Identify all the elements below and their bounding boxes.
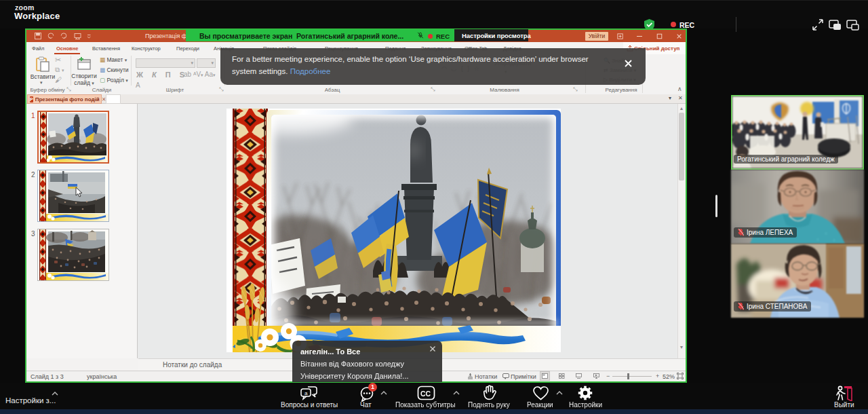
svg-text:a: a	[304, 390, 308, 396]
svg-text:CC: CC	[420, 390, 431, 398]
